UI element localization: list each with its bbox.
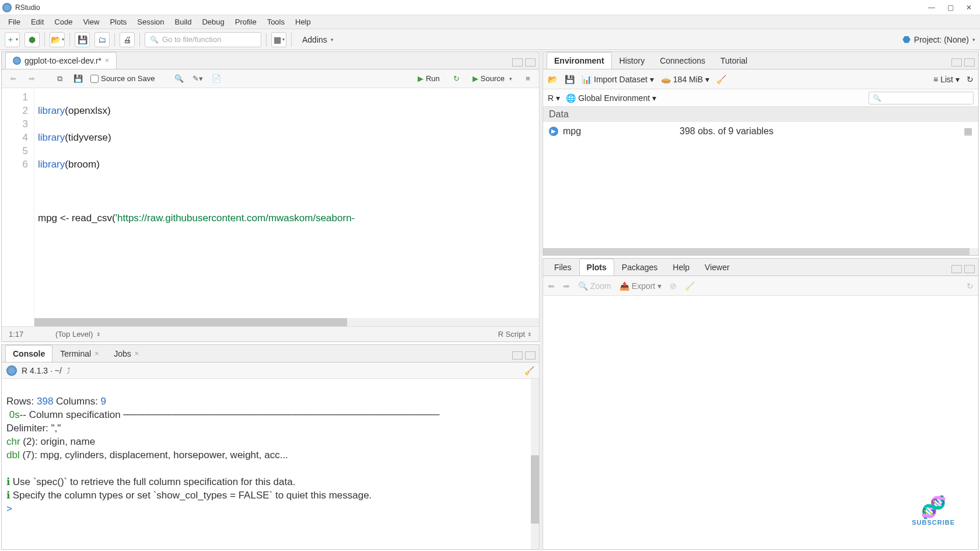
tab-close-icon[interactable]: × — [94, 350, 99, 358]
console-popout-icon[interactable]: ⤴ — [66, 366, 71, 375]
save-button[interactable]: 💾 — [75, 32, 90, 47]
separator — [139, 33, 140, 47]
env-item-desc: 398 obs. of 9 variables — [680, 126, 964, 137]
search-environment-input[interactable] — [869, 92, 974, 104]
help-tab[interactable]: Help — [665, 259, 697, 276]
env-item-mpg[interactable]: ▶ mpg 398 obs. of 9 variables ▦ — [543, 122, 978, 140]
load-workspace-button[interactable]: 📂 — [548, 75, 558, 84]
jobs-tab[interactable]: Jobs× — [106, 345, 146, 362]
menu-debug[interactable]: Debug — [197, 16, 229, 28]
files-tab[interactable]: Files — [547, 259, 579, 276]
open-file-button[interactable]: 📂 — [50, 32, 65, 47]
minimize-button[interactable]: — — [928, 4, 936, 12]
tab-close-icon[interactable]: × — [105, 57, 109, 65]
compile-report-button[interactable]: 📄 — [210, 72, 223, 85]
project-selector[interactable]: ⬣ Project: (None) ▾ — [902, 34, 975, 45]
connections-tab[interactable]: Connections — [652, 52, 713, 69]
minimize-pane-button[interactable] — [951, 58, 962, 67]
clear-console-icon[interactable]: 🧹 — [524, 366, 534, 375]
editor-hscrollbar[interactable] — [34, 318, 539, 326]
view-mode-button[interactable]: ≡ List ▾ — [933, 75, 960, 84]
menu-profile[interactable]: Profile — [230, 16, 261, 28]
minimize-pane-button[interactable] — [951, 265, 962, 273]
remove-plot-button[interactable]: ⊘ — [670, 281, 677, 291]
refresh-plot-button[interactable]: ↻ — [967, 281, 974, 291]
refresh-button[interactable]: ↻ — [967, 75, 974, 84]
memory-usage[interactable]: 🥧 184 MiB ▾ — [661, 75, 709, 84]
packages-tab[interactable]: Packages — [614, 259, 665, 276]
save-workspace-button[interactable]: 💾 — [565, 75, 575, 84]
run-button[interactable]: ▶Run — [413, 73, 444, 84]
source-button[interactable]: ▶Source▾ — [469, 73, 516, 84]
menu-session[interactable]: Session — [132, 16, 169, 28]
menu-edit[interactable]: Edit — [26, 16, 48, 28]
tutorial-tab[interactable]: Tutorial — [713, 52, 755, 69]
console-path: R 4.1.3 · ~/ — [22, 366, 62, 375]
goto-file-input[interactable]: Go to file/function — [145, 32, 261, 47]
maximize-pane-button[interactable] — [964, 265, 975, 273]
language-scope[interactable]: R ▾ — [548, 93, 560, 103]
console-vscrollbar[interactable] — [531, 379, 539, 549]
code-area[interactable]: library(openxlsx) library(tidyverse) lib… — [34, 88, 539, 326]
addins-menu[interactable]: Addins▾ — [296, 32, 340, 47]
find-button[interactable]: 🔍 — [173, 72, 186, 85]
terminal-tab[interactable]: Terminal× — [52, 345, 106, 362]
env-hscrollbar[interactable] — [543, 248, 978, 255]
plot-prev-button[interactable]: ⬅ — [548, 281, 555, 291]
rerun-button[interactable]: ↻ — [450, 72, 463, 85]
menu-code[interactable]: Code — [50, 16, 77, 28]
grid-tools-button[interactable]: ▦ — [271, 32, 286, 47]
env-item-name: mpg — [563, 126, 680, 137]
menu-file[interactable]: File — [4, 16, 25, 28]
source-on-save-checkbox[interactable]: Source on Save — [90, 74, 155, 83]
code-tools-button[interactable]: ✎▾ — [191, 72, 204, 85]
maximize-pane-button[interactable] — [525, 351, 536, 360]
source-label: Source — [481, 74, 505, 83]
plots-tab[interactable]: Plots — [579, 259, 614, 276]
viewer-tab[interactable]: Viewer — [697, 259, 737, 276]
print-button[interactable]: 🖨 — [120, 32, 135, 47]
code-editor[interactable]: 1 2 3 4 5 6 library(openxlsx) library(ti… — [2, 88, 539, 326]
new-project-button[interactable]: ⬢ — [24, 32, 40, 47]
source-statusbar: 1:17 (Top Level)⇕ R Script⇕ — [2, 326, 539, 341]
clear-objects-button[interactable]: 🧹 — [716, 75, 726, 84]
minimize-pane-button[interactable] — [512, 58, 523, 67]
import-dataset-button[interactable]: 📊 Import Dataset ▾ — [582, 75, 654, 84]
expand-icon[interactable]: ▶ — [549, 127, 558, 136]
plot-next-button[interactable]: ➡ — [563, 281, 570, 291]
zoom-button[interactable]: 🔍 Zoom — [578, 281, 611, 291]
minimize-pane-button[interactable] — [512, 351, 523, 360]
source-tab[interactable]: ggplot-to-excel-dev.r* × — [5, 52, 117, 69]
tab-close-icon[interactable]: × — [135, 350, 139, 358]
source-on-save-input[interactable] — [90, 75, 99, 83]
outline-button[interactable]: ≡ — [522, 72, 534, 85]
maximize-pane-button[interactable] — [964, 58, 975, 67]
line-gutter: 1 2 3 4 5 6 — [2, 88, 34, 326]
language-selector[interactable]: R Script⇕ — [498, 330, 532, 339]
maximize-pane-button[interactable] — [525, 58, 536, 67]
new-file-button[interactable]: ＋ — [5, 32, 20, 47]
console-output[interactable]: Rows: 398 Columns: 9 0s-- Column specifi… — [2, 379, 539, 549]
window-title: RStudio — [15, 4, 928, 12]
scope-selector[interactable]: (Top Level)⇕ — [55, 330, 101, 339]
menu-plots[interactable]: Plots — [105, 16, 131, 28]
forward-button[interactable]: ➡ — [25, 72, 38, 85]
show-in-new-window-button[interactable]: ⧉ — [53, 72, 66, 85]
menu-build[interactable]: Build — [170, 16, 197, 28]
global-env-scope[interactable]: 🌐 Global Environment ▾ — [566, 93, 656, 103]
save-all-button[interactable]: 🗂 — [94, 32, 110, 47]
view-data-icon[interactable]: ▦ — [964, 125, 972, 137]
menu-view[interactable]: View — [78, 16, 104, 28]
clear-plots-button[interactable]: 🧹 — [685, 281, 695, 291]
separator — [114, 33, 115, 47]
environment-tab[interactable]: Environment — [547, 52, 612, 69]
close-button[interactable]: ✕ — [965, 4, 973, 12]
console-tab[interactable]: Console — [5, 345, 52, 362]
save-source-button[interactable]: 💾 — [72, 72, 85, 85]
export-button[interactable]: 📤 Export ▾ — [620, 281, 662, 291]
menu-tools[interactable]: Tools — [262, 16, 289, 28]
history-tab[interactable]: History — [612, 52, 653, 69]
back-button[interactable]: ⬅ — [6, 72, 19, 85]
menu-help[interactable]: Help — [290, 16, 316, 28]
maximize-button[interactable]: ▢ — [946, 4, 954, 12]
